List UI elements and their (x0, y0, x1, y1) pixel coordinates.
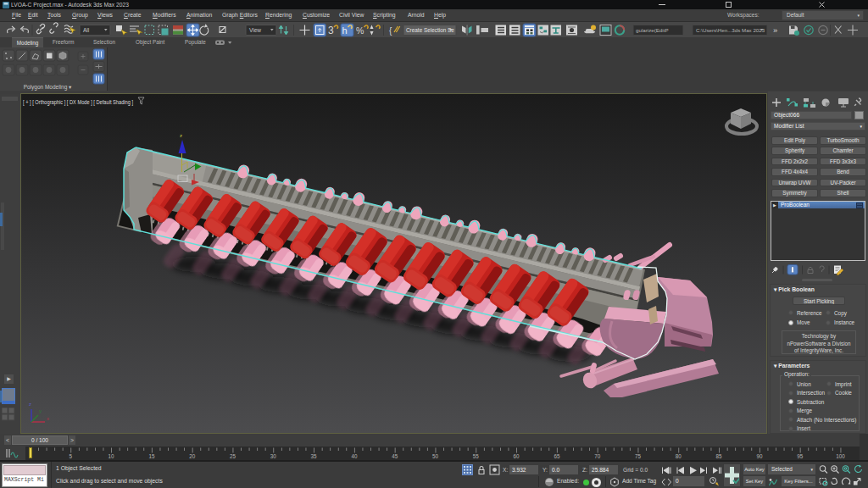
svg-text:35: 35 (311, 453, 318, 459)
svg-text:80: 80 (676, 453, 682, 459)
svg-text:x: x (47, 416, 49, 421)
svg-text:C:\Users\Hen...3ds Max 2023: C:\Users\Hen...3ds Max 2023 (696, 27, 765, 33)
svg-text:Create Selection Se: Create Selection Se (406, 27, 454, 33)
svg-text:z: z (29, 402, 31, 407)
svg-text:75: 75 (635, 453, 642, 459)
svg-text:55: 55 (473, 453, 480, 459)
svg-text:20: 20 (189, 453, 196, 459)
svg-text:{: { (389, 26, 392, 36)
svg-text:25: 25 (230, 453, 236, 459)
svg-text:z: z (180, 133, 182, 138)
svg-text:60: 60 (514, 453, 520, 459)
svg-text:5: 5 (70, 453, 73, 459)
svg-text:95: 95 (797, 453, 804, 459)
svg-text:10: 10 (108, 453, 115, 459)
svg-text:85: 85 (716, 453, 723, 459)
svg-text:View: View (249, 27, 261, 33)
svg-text:All: All (83, 27, 90, 33)
svg-text:50: 50 (432, 453, 439, 459)
svg-text:3: 3 (328, 25, 334, 36)
svg-text:100: 100 (836, 453, 845, 459)
svg-text:gularize(EditP: gularize(EditP (636, 27, 669, 33)
svg-text:[ + ] [ Orthographic ] [ DX Mo: [ + ] [ Orthographic ] [ DX Mode ] [ Def… (23, 98, 133, 106)
svg-text:65: 65 (554, 453, 560, 459)
svg-text:»: » (773, 25, 777, 35)
svg-text:70: 70 (594, 453, 601, 459)
svg-text:90: 90 (756, 453, 763, 459)
svg-text:40: 40 (351, 453, 358, 459)
svg-text:h: h (342, 25, 348, 36)
svg-text:45: 45 (392, 453, 398, 459)
svg-text:%: % (356, 25, 364, 36)
svg-text:y: y (39, 408, 42, 413)
svg-text:30: 30 (270, 453, 277, 459)
svg-text:15: 15 (148, 453, 155, 459)
